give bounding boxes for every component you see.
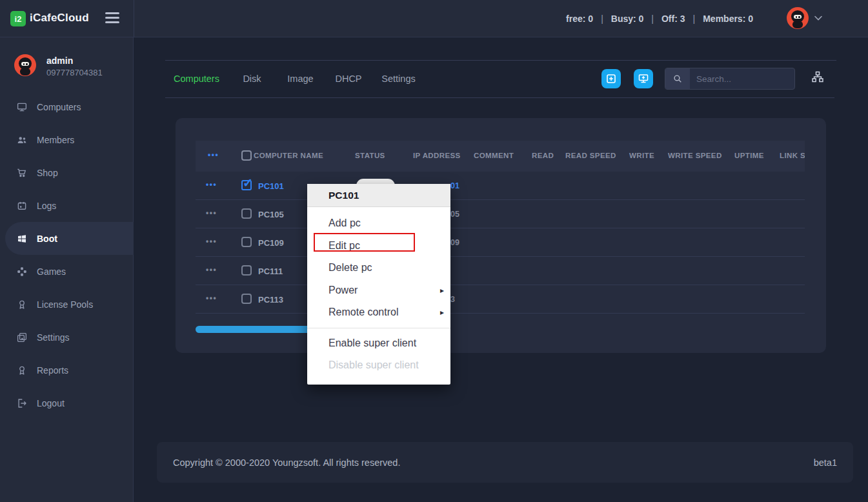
sidebar-item-reports[interactable]: Reports bbox=[0, 354, 134, 387]
user-avatar[interactable] bbox=[787, 7, 809, 29]
sidebar-item-license-pools[interactable]: License Pools bbox=[0, 288, 134, 321]
tab-dhcp[interactable]: DHCP bbox=[325, 61, 372, 97]
column-header[interactable]: STATUS bbox=[355, 152, 385, 159]
row-menu-icon[interactable]: ••• bbox=[206, 208, 217, 217]
menu-separator bbox=[307, 328, 450, 328]
computer-name-link[interactable]: PC113 bbox=[258, 295, 283, 305]
sidebar-item-label: Settings bbox=[37, 332, 70, 343]
search-input[interactable] bbox=[690, 68, 795, 89]
menu-item-disable-super-client: Disable super client bbox=[307, 354, 450, 377]
sidebar-item-boot[interactable]: Boot bbox=[5, 222, 134, 255]
computer-name-link[interactable]: PC111 bbox=[258, 266, 283, 276]
deploy-computer-button[interactable] bbox=[634, 69, 653, 88]
submenu-arrow-icon: ▸ bbox=[440, 286, 444, 295]
tab-bar: Computers Disk Image DHCP Settings bbox=[165, 61, 425, 97]
column-header[interactable]: LINK SPEED bbox=[780, 152, 805, 159]
row-checkbox[interactable] bbox=[241, 180, 252, 190]
row-checkbox[interactable] bbox=[241, 237, 252, 247]
page-footer: Copyright © 2000-2020 Youngzsoft. All ri… bbox=[157, 442, 853, 483]
sidebar-item-games[interactable]: Games bbox=[0, 255, 134, 288]
menu-item-delete-pc[interactable]: Delete pc bbox=[307, 257, 450, 279]
column-header[interactable]: READ bbox=[532, 152, 554, 159]
plus-square-icon bbox=[606, 74, 616, 84]
ip-address-fragment: 3 bbox=[450, 295, 455, 304]
select-all-checkbox[interactable] bbox=[241, 150, 252, 161]
menu-item-enable-super-client[interactable]: Enable super client bbox=[307, 332, 450, 355]
icafecloud-app: i2 iCafeCloud free: 0 | Busy: 0 | Off: 3… bbox=[0, 0, 868, 502]
sidebar-item-members[interactable]: Members bbox=[0, 123, 134, 156]
computer-name-link[interactable]: PC105 bbox=[258, 210, 284, 219]
column-header[interactable]: COMMENT bbox=[474, 152, 514, 159]
add-pc-button[interactable] bbox=[601, 69, 621, 88]
sidebar-item-shop[interactable]: Shop bbox=[0, 156, 134, 189]
sidebar-item-logs[interactable]: Logs bbox=[0, 189, 134, 222]
award-icon bbox=[16, 365, 28, 376]
header-divider bbox=[134, 0, 134, 37]
sidebar-item-logout[interactable]: Logout bbox=[0, 387, 134, 419]
network-sitemap-icon[interactable] bbox=[810, 70, 825, 85]
column-header[interactable]: READ SPEED bbox=[565, 152, 616, 159]
sidebar-nav: Computers Members Shop Logs Boot Games bbox=[0, 90, 134, 419]
ip-address-fragment: 01 bbox=[450, 181, 459, 190]
tab-computers[interactable]: Computers bbox=[165, 61, 228, 97]
sidebar-item-computers[interactable]: Computers bbox=[0, 90, 134, 123]
sidebar-toggle-button[interactable] bbox=[105, 12, 119, 25]
column-header[interactable]: UPTIME bbox=[734, 152, 764, 159]
user-name: admin bbox=[46, 55, 73, 66]
tab-disk[interactable]: Disk bbox=[228, 61, 276, 97]
context-menu: PC101 Add pc Edit pc Delete pc Power▸ Re… bbox=[307, 184, 450, 385]
chevron-down-icon[interactable] bbox=[814, 15, 822, 21]
top-header: i2 iCafeCloud free: 0 | Busy: 0 | Off: 3… bbox=[0, 0, 868, 37]
table-row[interactable]: ••• PC113 bbox=[196, 285, 805, 314]
tab-image[interactable]: Image bbox=[276, 61, 325, 97]
table-row[interactable]: ••• PC101 bbox=[196, 172, 805, 200]
gamepad-icon bbox=[16, 266, 28, 277]
user-phone: 097778704381 bbox=[46, 68, 103, 77]
column-header[interactable]: IP ADDRESS bbox=[413, 152, 461, 159]
column-header[interactable]: WRITE bbox=[629, 152, 654, 159]
submenu-arrow-icon: ▸ bbox=[440, 308, 444, 317]
sidebar: admin 097778704381 Computers Members Sho… bbox=[0, 37, 134, 502]
award-icon bbox=[16, 299, 28, 310]
logout-icon bbox=[16, 397, 28, 409]
version-label: beta1 bbox=[814, 457, 837, 468]
row-menu-icon[interactable]: ••• bbox=[206, 180, 217, 189]
copyright-text: Copyright © 2000-2020 Youngzsoft. All ri… bbox=[173, 457, 400, 468]
column-header[interactable]: WRITE SPEED bbox=[668, 152, 722, 159]
menu-item-remote-control[interactable]: Remote control▸ bbox=[307, 301, 450, 324]
brand-name: iCafeCloud bbox=[30, 12, 89, 25]
sidebar-item-settings[interactable]: Settings bbox=[0, 321, 134, 354]
table-header-row: ••• COMPUTER NAME STATUS IP ADDRESS COMM… bbox=[196, 141, 805, 172]
calendar-icon bbox=[16, 200, 28, 212]
menu-item-edit-pc[interactable]: Edit pc bbox=[307, 235, 450, 257]
computer-name-link[interactable]: PC109 bbox=[258, 238, 284, 248]
ip-address-fragment: 09 bbox=[450, 238, 459, 247]
sidebar-item-label: Shop bbox=[37, 168, 58, 178]
search-box bbox=[665, 68, 795, 90]
column-header[interactable]: COMPUTER NAME bbox=[254, 152, 323, 159]
row-checkbox[interactable] bbox=[241, 265, 252, 276]
menu-item-add-pc[interactable]: Add pc bbox=[307, 212, 450, 235]
busy-count: Busy: 0 bbox=[611, 14, 644, 24]
row-checkbox[interactable] bbox=[241, 294, 252, 304]
row-menu-icon[interactable]: ••• bbox=[206, 265, 217, 274]
layers-icon bbox=[16, 332, 28, 343]
menu-item-power[interactable]: Power▸ bbox=[307, 279, 450, 302]
monitor-icon bbox=[16, 101, 28, 113]
row-checkbox[interactable] bbox=[241, 208, 252, 219]
row-menu-icon[interactable]: ••• bbox=[206, 294, 217, 303]
row-menu-icon[interactable]: ••• bbox=[206, 237, 217, 246]
sidebar-item-label: Members bbox=[37, 135, 74, 145]
tab-settings[interactable]: Settings bbox=[372, 61, 425, 97]
column-menu-icon[interactable]: ••• bbox=[208, 150, 219, 159]
context-menu-title: PC101 bbox=[307, 184, 450, 207]
table-row[interactable]: ••• PC111 bbox=[196, 257, 805, 285]
windows-icon bbox=[16, 233, 28, 245]
sidebar-item-label: Logout bbox=[37, 398, 65, 408]
table-row[interactable]: ••• PC109 bbox=[196, 228, 805, 257]
sidebar-item-label: Computers bbox=[37, 102, 81, 112]
table-row[interactable]: ••• PC105 bbox=[196, 200, 805, 228]
computer-name-link[interactable]: PC101 bbox=[258, 181, 284, 191]
members-count: Members: 0 bbox=[703, 14, 753, 24]
status-counters: free: 0 | Busy: 0 | Off: 3 | Members: 0 bbox=[566, 0, 753, 37]
